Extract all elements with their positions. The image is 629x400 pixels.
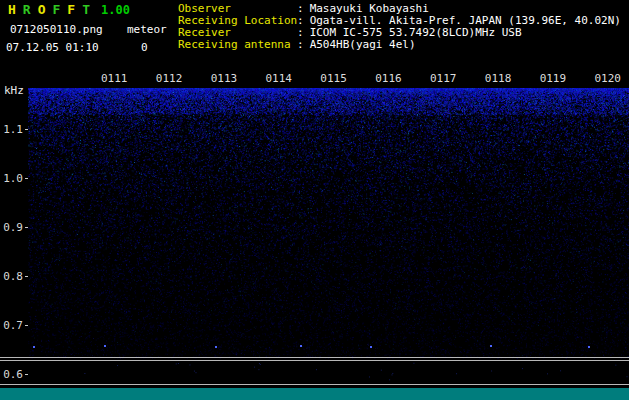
app-title: HROFFT1.00 <box>8 2 130 17</box>
panel-separator-line <box>0 357 629 358</box>
time-tick-label: 0111 <box>101 72 128 85</box>
time-tick-label: 0112 <box>156 72 183 85</box>
app-title-letter: R <box>23 2 31 17</box>
time-tick-label: 0119 <box>540 72 567 85</box>
freq-tick-label: 1.0 <box>2 172 23 185</box>
time-axis: 0111 0112 0113 0114 0115 0116 0117 0118 … <box>101 72 621 85</box>
station-info: Observer:Masayuki Kobayashi Receiving Lo… <box>178 3 621 51</box>
spectrogram-canvas <box>28 88 629 384</box>
time-tick-label: 0116 <box>375 72 402 85</box>
time-tick-label: 0117 <box>430 72 457 85</box>
panel-separator-line <box>0 384 629 385</box>
output-filename: 0712050110.png <box>10 23 103 36</box>
time-tick-label: 0118 <box>485 72 512 85</box>
time-tick-label: 0114 <box>265 72 292 85</box>
freq-tick-label: 0.8 <box>2 270 23 283</box>
frequency-axis-unit: kHz <box>4 84 24 97</box>
app-title-letter: F <box>67 2 75 17</box>
panel-separator-line <box>0 360 629 361</box>
freq-tick-label: 0.9 <box>2 221 23 234</box>
app-title-letter: T <box>82 2 90 17</box>
freq-tick-label: 0.6 <box>2 368 23 381</box>
info-value: A504HB(yagi 4el) <box>310 38 416 51</box>
signal-level-bar <box>0 388 629 400</box>
app-title-letter: H <box>8 2 16 17</box>
time-tick-label: 0120 <box>594 72 621 85</box>
meteor-count-label: meteor <box>127 23 167 36</box>
info-colon: : <box>297 38 304 51</box>
meteor-count-value: 0 <box>141 41 148 54</box>
app-version: 1.00 <box>101 3 130 17</box>
app-title-letter: O <box>38 2 46 17</box>
freq-tick-label: 1.1 <box>2 123 23 136</box>
freq-tick-label: 0.7 <box>2 319 23 332</box>
record-datetime: 07.12.05 01:10 <box>6 41 99 54</box>
info-label: Receiving antenna <box>178 39 297 51</box>
time-tick-label: 0115 <box>320 72 347 85</box>
hrofft-screen: HROFFT1.00 0712050110.png meteor 07.12.0… <box>0 0 629 400</box>
time-tick-label: 0113 <box>211 72 238 85</box>
info-line-antenna: Receiving antenna:A504HB(yagi 4el) <box>178 39 621 51</box>
app-title-letter: F <box>52 2 60 17</box>
